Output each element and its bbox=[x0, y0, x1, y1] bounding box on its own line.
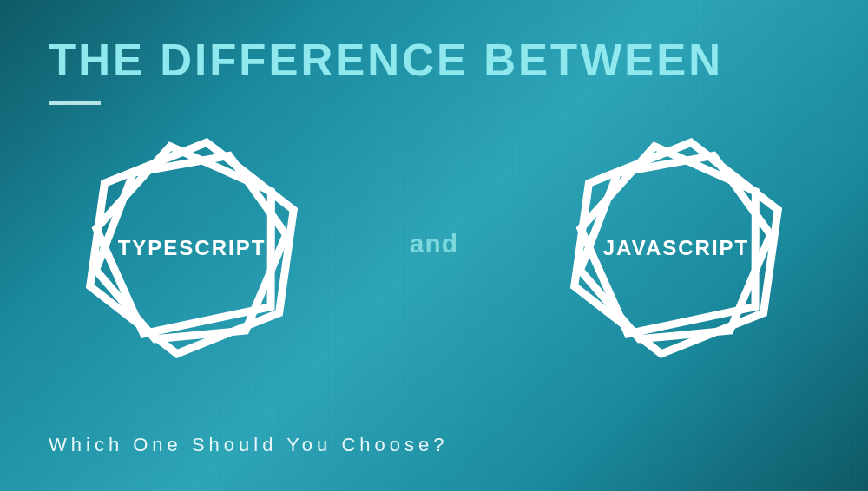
subtitle-text: Which One Should You Choose? bbox=[49, 434, 448, 456]
connector-text: and bbox=[392, 229, 476, 259]
comparison-row: TYPESCRIPT and JAVASCRIPT bbox=[49, 122, 819, 374]
left-label: TYPESCRIPT bbox=[118, 236, 266, 260]
right-label: JAVASCRIPT bbox=[603, 236, 749, 260]
title-underline bbox=[49, 101, 101, 105]
slide-container: THE DIFFERENCE BETWEEN TYPESCRIPT and bbox=[0, 0, 868, 491]
right-badge-container: JAVASCRIPT bbox=[542, 122, 811, 374]
left-badge-container: TYPESCRIPT bbox=[57, 122, 326, 374]
main-title: THE DIFFERENCE BETWEEN bbox=[49, 35, 819, 86]
